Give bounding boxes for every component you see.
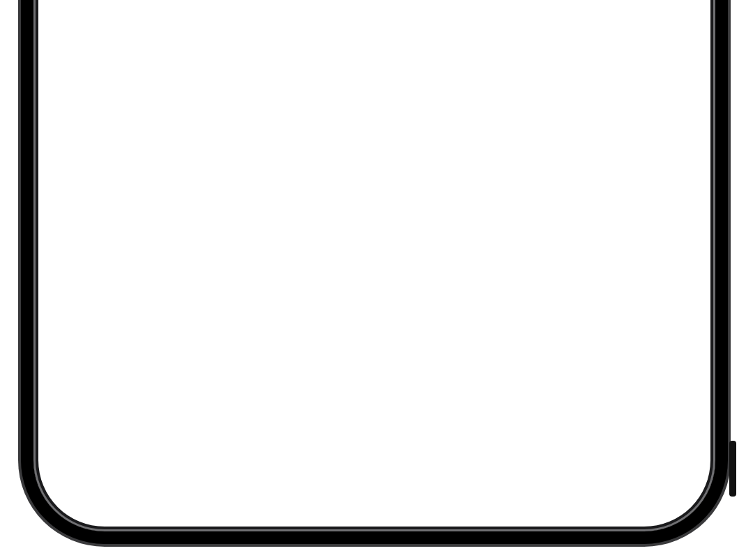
tab-albums[interactable]: Alben [374, 430, 530, 490]
row-label: Ausgeblendet [139, 212, 319, 245]
tab-label: Mediathek [103, 470, 181, 490]
row-label: Zuletzt gelöscht [139, 282, 344, 315]
chevron-right-icon [646, 287, 661, 310]
svg-rect-11 [288, 456, 300, 458]
svg-rect-12 [442, 434, 462, 437]
viewport: Sonstige Importe 22,494 [0, 0, 746, 560]
svg-rect-10 [288, 452, 306, 454]
import-icon [88, 74, 130, 105]
row-duplicates[interactable]: Duplikate 10,240 [88, 124, 661, 194]
row-label: Duplikate [139, 142, 261, 176]
albums-icon [433, 430, 471, 466]
tab-library[interactable]: Mediathek [64, 430, 220, 490]
svg-rect-13 [439, 438, 464, 441]
tab-for-you[interactable]: Für dich [220, 430, 375, 490]
row-recently-deleted[interactable]: Zuletzt gelöscht [88, 264, 661, 333]
row-body: Importe 22,494 [130, 54, 661, 124]
search-icon [588, 430, 626, 466]
library-icon [123, 430, 160, 466]
for-you-icon [278, 430, 316, 466]
lock-icon [618, 288, 636, 309]
svg-rect-4 [620, 296, 634, 308]
row-count: 22,494 [555, 74, 636, 104]
tab-label: Alben [431, 470, 473, 490]
tab-search[interactable]: Suchen [530, 430, 685, 490]
row-body: Ausgeblendet [130, 194, 661, 264]
duplicate-icon [88, 144, 130, 174]
phone-screen: Sonstige Importe 22,494 [46, 0, 703, 530]
lock-icon [618, 218, 636, 239]
svg-rect-1 [98, 153, 114, 170]
content-area: Sonstige Importe 22,494 [46, 0, 703, 333]
utilities-list: Importe 22,494 [88, 54, 661, 333]
chevron-right-icon [646, 217, 661, 241]
row-hidden[interactable]: Ausgeblendet [88, 194, 661, 264]
tab-bar: Mediathek Für dich [46, 421, 703, 498]
tab-label: Suchen [579, 470, 635, 490]
chevron-right-icon [646, 147, 661, 171]
row-label: Importe [139, 73, 238, 106]
chevron-right-icon [646, 77, 661, 101]
svg-rect-3 [620, 227, 634, 238]
tab-label: Für dich [266, 470, 327, 490]
row-count: 10,240 [555, 144, 636, 174]
section-title: Sonstige [88, 0, 661, 27]
row-body: Duplikate 10,240 [130, 124, 661, 194]
row-body: Zuletzt gelöscht [130, 264, 661, 333]
hidden-eye-icon [88, 213, 130, 244]
home-indicator[interactable] [270, 510, 479, 517]
trash-icon [88, 283, 130, 314]
svg-point-8 [136, 446, 141, 451]
svg-rect-14 [436, 443, 467, 464]
row-imports[interactable]: Importe 22,494 [88, 54, 661, 124]
